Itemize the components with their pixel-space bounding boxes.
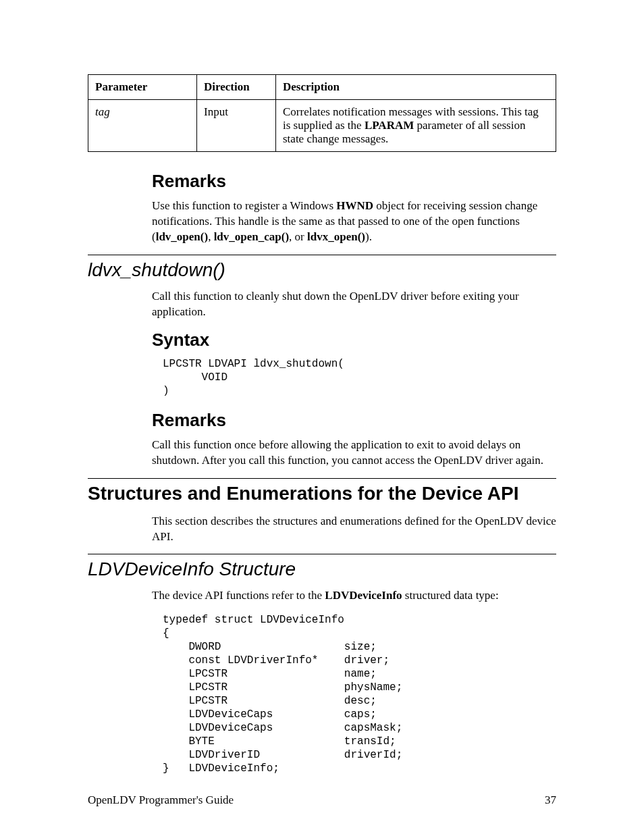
cell-param: tag bbox=[88, 100, 197, 152]
remarks-heading-2: Remarks bbox=[152, 410, 556, 431]
remarks-paragraph: Use this function to register a Windows … bbox=[152, 199, 556, 245]
page-number: 37 bbox=[545, 793, 556, 807]
divider bbox=[88, 255, 556, 255]
divider bbox=[88, 478, 556, 479]
syntax-heading: Syntax bbox=[152, 330, 556, 350]
divider bbox=[88, 554, 556, 554]
cell-direction: Input bbox=[197, 100, 276, 152]
bold-text: ldvx_open() bbox=[307, 230, 365, 243]
text: , or bbox=[289, 230, 307, 243]
text: Use this function to register a Windows bbox=[152, 199, 336, 212]
ldvdeviceinfo-heading: LDVDeviceInfo Structure bbox=[88, 558, 556, 580]
structures-intro: This section describes the structures an… bbox=[152, 514, 556, 545]
ldvx-shutdown-heading: ldvx_shutdown() bbox=[88, 259, 556, 281]
shutdown-intro: Call this function to cleanly shut down … bbox=[152, 289, 556, 320]
bold-text: ldv_open_cap() bbox=[214, 230, 289, 243]
syntax-code: LPCSTR LDVAPI ldvx_shutdown( VOID ) bbox=[163, 357, 556, 398]
th-parameter: Parameter bbox=[88, 75, 197, 100]
th-description: Description bbox=[276, 75, 556, 100]
bold-text: LDVDeviceInfo bbox=[325, 589, 402, 602]
table-header-row: Parameter Direction Description bbox=[88, 75, 556, 100]
devinfo-intro: The device API functions refer to the LD… bbox=[152, 588, 556, 604]
content-area: Parameter Direction Description tag Inpu… bbox=[152, 74, 556, 775]
cell-description: Correlates notification messages with se… bbox=[276, 100, 556, 152]
text: , bbox=[208, 230, 214, 243]
text: ). bbox=[365, 230, 372, 243]
text: structured data type: bbox=[402, 589, 499, 602]
bold-text: HWND bbox=[336, 199, 373, 212]
th-direction: Direction bbox=[197, 75, 276, 100]
page-footer: OpenLDV Programmer's Guide 37 bbox=[88, 793, 556, 807]
structures-heading: Structures and Enumerations for the Devi… bbox=[88, 483, 556, 504]
document-page: Parameter Direction Description tag Inpu… bbox=[0, 0, 644, 834]
desc-bold: LPARAM bbox=[365, 119, 414, 132]
bold-text: ldv_open() bbox=[156, 230, 208, 243]
devinfo-code: typedef struct LDVDeviceInfo { DWORD siz… bbox=[163, 613, 556, 775]
footer-title: OpenLDV Programmer's Guide bbox=[88, 793, 234, 807]
table-row: tag Input Correlates notification messag… bbox=[88, 100, 556, 152]
text: The device API functions refer to the bbox=[152, 589, 325, 602]
remarks-paragraph-2: Call this function once before allowing … bbox=[152, 438, 556, 469]
parameter-table: Parameter Direction Description tag Inpu… bbox=[88, 74, 556, 152]
remarks-heading: Remarks bbox=[152, 171, 556, 192]
